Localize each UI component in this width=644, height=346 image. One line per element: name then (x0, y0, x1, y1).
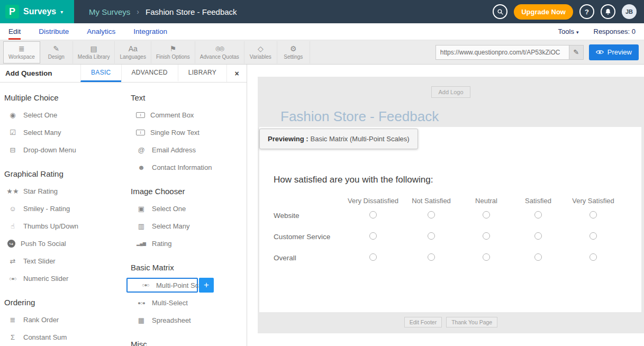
image-icon: ▣ (136, 205, 147, 213)
tab-library[interactable]: LIBRARY (178, 65, 226, 82)
qtype-push-to-social[interactable]: ↪ Push To Social (0, 235, 123, 252)
radio-option[interactable] (428, 232, 435, 240)
survey-preview-area: Add Logo Fashion Store - Feedback Previe… (247, 65, 644, 346)
toolbar-workspace[interactable]: ≣ Workspace (3, 41, 40, 63)
design-icon: ✎ (53, 44, 59, 52)
share-icon: ↪ (7, 240, 15, 248)
section-multiple-choice: Multiple Choice (0, 83, 123, 106)
radio-option[interactable] (534, 253, 542, 261)
ordered-list-icon: ≣ (7, 316, 18, 324)
languages-icon: Aa (129, 44, 138, 52)
qtype-multi-select[interactable]: ●○● Multi-Select (123, 294, 247, 312)
qtype-contact-information[interactable]: ☻ Contact Information (123, 159, 247, 176)
qtype-text-slider[interactable]: ⇄ Text Slider (0, 252, 123, 270)
toolbar-variables[interactable]: ◇ Variables (244, 41, 277, 63)
matrix-header-row: Very Dissatisfied Not Satisfied Neutral … (259, 197, 641, 205)
search-button[interactable] (493, 4, 507, 19)
topbar-actions: Upgrade Now ? JB (493, 4, 644, 20)
qtype-spreadsheet[interactable]: ▦ Spreadsheet (123, 312, 247, 329)
product-switcher[interactable]: P Surveys ▾ (0, 0, 74, 23)
radio-option[interactable] (369, 211, 377, 218)
media-library-icon: ▤ (90, 44, 97, 52)
tools-dropdown[interactable]: Tools▾ (558, 28, 579, 35)
toolbar-media-library[interactable]: ▤ Media Library (73, 41, 115, 63)
qtype-star-rating[interactable]: ★★ Star Rating (0, 183, 123, 200)
survey-toolbar: ≣ Workspace ✎ Design ▤ Media Library Aa … (0, 40, 644, 65)
survey-canvas: Add Logo Fashion Store - Feedback Previe… (258, 77, 644, 333)
toolbar-languages[interactable]: Aa Languages (115, 41, 151, 63)
toolbar-design[interactable]: ✎ Design (40, 41, 73, 63)
matrix-row-label: Overall (274, 254, 344, 262)
close-icon[interactable]: × (226, 65, 247, 82)
thank-you-page-button[interactable]: Thank You Page (446, 317, 497, 327)
help-button[interactable]: ? (579, 4, 594, 19)
breadcrumb-separator: › (137, 7, 139, 16)
radio-option[interactable] (534, 211, 542, 218)
preview-button[interactable]: Preview (589, 44, 639, 60)
matrix-row: Customer Service (259, 226, 641, 247)
tab-edit[interactable]: Edit (8, 23, 21, 40)
qtype-thumbs-up-down[interactable]: ☝ Thumbs Up/Down (0, 217, 123, 235)
grid-icon: ▦ (136, 316, 147, 324)
add-question-panel: Add Question BASIC ADVANCED LIBRARY × Mu… (0, 65, 247, 346)
tab-analytics[interactable]: Analytics (87, 23, 115, 40)
settings-icon: ⚙ (290, 44, 297, 52)
radio-option[interactable] (589, 211, 597, 218)
finish-options-icon: ⚑ (170, 44, 177, 52)
tab-basic[interactable]: BASIC (80, 65, 121, 82)
toolbar-settings[interactable]: ⚙ Settings (277, 41, 310, 63)
tab-advanced[interactable]: ADVANCED (121, 65, 178, 82)
qtype-image-select-many[interactable]: ▥ Select Many (123, 217, 247, 235)
radio-option[interactable] (428, 253, 435, 261)
logo-row: Add Logo (258, 77, 644, 98)
radio-option[interactable] (589, 232, 597, 240)
radio-option[interactable] (483, 232, 490, 240)
qtype-single-row-text[interactable]: I Single Row Text (123, 124, 247, 141)
qtype-select-one[interactable]: ◉ Select One (0, 106, 123, 124)
qtype-multi-point-scales[interactable]: ○●○ Multi-Point Scales (126, 278, 198, 293)
edit-url-button[interactable]: ✎ (569, 45, 584, 60)
chevron-down-icon: ▾ (60, 9, 63, 15)
tab-distribute[interactable]: Distribute (39, 23, 69, 40)
add-logo-button[interactable]: Add Logo (431, 86, 470, 98)
toolbar-finish-options[interactable]: ⚑ Finish Options (151, 41, 195, 63)
breadcrumb-my-surveys[interactable]: My Surveys (89, 7, 130, 16)
section-misc: Misc (123, 329, 247, 346)
qtype-smiley-rating[interactable]: ☺ Smiley - Rating (0, 200, 123, 217)
qtype-image-rating[interactable]: ▂▄▆ Rating (123, 235, 247, 252)
images-icon: ▥ (136, 222, 147, 230)
radio-option[interactable] (589, 253, 597, 261)
qtype-rank-order[interactable]: ≣ Rank Order (0, 311, 123, 329)
qtype-dropdown-menu[interactable]: ⊟ Drop-down Menu (0, 141, 123, 159)
radio-option[interactable] (369, 253, 377, 261)
radio-option[interactable] (483, 253, 490, 261)
workspace-icon: ≣ (19, 44, 25, 52)
user-avatar[interactable]: JB (622, 4, 637, 19)
upgrade-now-button[interactable]: Upgrade Now (514, 4, 573, 20)
panel-header: Add Question BASIC ADVANCED LIBRARY × (0, 65, 247, 83)
breadcrumb: My Surveys › Fashion Store - Feedback (89, 7, 237, 16)
radio-option[interactable] (483, 211, 490, 218)
tab-integration[interactable]: Integration (133, 23, 167, 40)
edit-footer-button[interactable]: Edit Footer (404, 317, 442, 327)
multi-point-icon: ○●○ (140, 283, 151, 288)
qtype-comment-box[interactable]: I Comment Box (123, 106, 247, 124)
questionpro-logo[interactable]: P (5, 5, 19, 19)
qtype-select-many[interactable]: ☑ Select Many (0, 124, 123, 141)
toolbar-advance-quotas[interactable]: ◎◎ Advance Quotas (195, 41, 244, 63)
radio-option[interactable] (369, 232, 377, 240)
bell-icon (604, 8, 612, 15)
radio-option[interactable] (428, 211, 435, 218)
radio-option[interactable] (534, 232, 542, 240)
pencil-icon: ✎ (573, 48, 579, 56)
survey-url-input[interactable] (436, 45, 569, 60)
matrix-row-label: Website (274, 212, 344, 220)
notifications-button[interactable] (601, 4, 615, 19)
slider-icon: ⇄ (7, 257, 18, 265)
add-question-button[interactable]: + (199, 278, 214, 293)
qtype-image-select-one[interactable]: ▣ Select One (123, 200, 247, 217)
radio-list-icon: ◉ (7, 111, 18, 119)
qtype-numeric-slider[interactable]: ○●○ Numeric Slider (0, 270, 123, 287)
qtype-email-address[interactable]: @ Email Address (123, 141, 247, 159)
qtype-constant-sum[interactable]: Σ Constant Sum (0, 329, 123, 346)
